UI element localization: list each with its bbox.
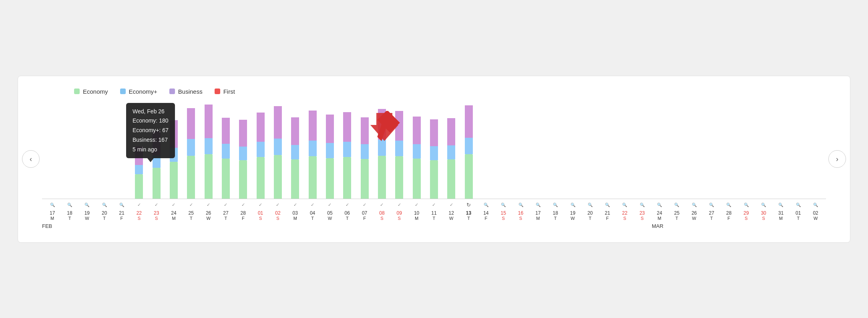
icon-cell[interactable]: ✓	[304, 201, 321, 209]
icon-cell[interactable]: 🔍	[61, 201, 78, 209]
icon-cell[interactable]: ✓	[183, 201, 200, 209]
bar-group[interactable]	[460, 103, 477, 199]
bar-group[interactable]	[356, 103, 373, 199]
icon-cell[interactable]: 🔍	[547, 201, 564, 209]
icon-cell[interactable]: ✓	[131, 201, 148, 209]
icon-cell[interactable]: 🔍	[495, 201, 512, 209]
bar-group[interactable]	[685, 103, 703, 199]
bar-group[interactable]	[651, 103, 668, 199]
bar-group[interactable]	[44, 103, 61, 199]
bar-group[interactable]	[477, 103, 494, 199]
icon-cell[interactable]: 🔍	[651, 201, 668, 209]
bar-group[interactable]	[165, 103, 182, 199]
bar-group[interactable]	[755, 103, 772, 199]
icon-cell[interactable]: ✓	[148, 201, 165, 209]
icon-cell[interactable]: 🔍	[96, 201, 113, 209]
icon-cell[interactable]: 🔍	[685, 201, 703, 209]
bar-group[interactable]	[252, 103, 269, 199]
icon-cell[interactable]: ✓	[235, 201, 252, 209]
bar-group[interactable]	[373, 103, 390, 199]
bar-group[interactable]	[599, 103, 616, 199]
bar-group[interactable]	[668, 103, 685, 199]
icon-cell[interactable]: 🔍	[564, 201, 581, 209]
icon-cell[interactable]: ✓	[269, 201, 286, 209]
icon-cell[interactable]: ✓	[339, 201, 356, 209]
bar-group[interactable]	[512, 103, 529, 199]
date-number: 03	[293, 210, 298, 216]
icon-cell[interactable]: 🔍	[512, 201, 529, 209]
icon-cell[interactable]: ✓	[252, 201, 269, 209]
bar-group[interactable]	[807, 103, 824, 199]
bar-group[interactable]	[61, 103, 78, 199]
bar-group[interactable]	[131, 103, 148, 199]
bar-group[interactable]	[113, 103, 130, 199]
icon-cell[interactable]: 🔍	[807, 201, 824, 209]
bar-group[interactable]	[391, 103, 408, 199]
icon-cell[interactable]: 🔍	[44, 201, 61, 209]
next-button[interactable]: ›	[828, 150, 846, 168]
icon-cell[interactable]: 🔍	[529, 201, 547, 209]
bar-group[interactable]	[287, 103, 304, 199]
icon-cell[interactable]: ✓	[408, 201, 425, 209]
bar-group[interactable]	[720, 103, 737, 199]
bar-group[interactable]	[78, 103, 96, 199]
bar-group[interactable]	[408, 103, 425, 199]
bar-group[interactable]	[616, 103, 633, 199]
icon-cell[interactable]: 🔍	[790, 201, 807, 209]
icon-cell[interactable]: 🔍	[113, 201, 130, 209]
icon-cell[interactable]: 🔍	[668, 201, 685, 209]
bar-group[interactable]	[304, 103, 321, 199]
icon-cell[interactable]: ✓	[217, 201, 234, 209]
icon-cell[interactable]: ✓	[373, 201, 390, 209]
icon-cell[interactable]: 🔍	[755, 201, 772, 209]
icon-cell[interactable]: 🔍	[633, 201, 651, 209]
icon-cell[interactable]: 🔍	[581, 201, 599, 209]
icon-cell[interactable]: 🔍	[703, 201, 720, 209]
icon-cell[interactable]: ✓	[165, 201, 182, 209]
icon-cell[interactable]: ✓	[321, 201, 338, 209]
bar-group[interactable]	[547, 103, 564, 199]
prev-button[interactable]: ‹	[22, 150, 40, 168]
icon-cell[interactable]: 🔍	[78, 201, 96, 209]
bar-group[interactable]	[96, 103, 113, 199]
bar-group[interactable]	[200, 103, 217, 199]
icon-cell[interactable]: 🔍	[616, 201, 633, 209]
bar-group[interactable]	[737, 103, 755, 199]
date-day-label: S	[745, 216, 747, 221]
date-number: 27	[223, 210, 228, 216]
bar-group[interactable]	[183, 103, 200, 199]
icon-cell[interactable]: ✓	[287, 201, 304, 209]
bar-group[interactable]	[633, 103, 651, 199]
bar-group[interactable]	[564, 103, 581, 199]
bar-group[interactable]	[529, 103, 547, 199]
date-cell: 20 T	[96, 210, 113, 221]
date-cell: 02 S	[269, 210, 286, 221]
bar-group[interactable]	[217, 103, 234, 199]
bar-group[interactable]	[425, 103, 442, 199]
icon-cell[interactable]: ✓	[391, 201, 408, 209]
bar-group[interactable]	[443, 103, 460, 199]
economy-segment	[274, 155, 282, 199]
icon-cell[interactable]: ✓	[425, 201, 442, 209]
bar-group[interactable]	[321, 103, 338, 199]
bar-group[interactable]	[235, 103, 252, 199]
bar-group[interactable]	[581, 103, 599, 199]
bar-group[interactable]	[790, 103, 807, 199]
icon-cell[interactable]: ✓	[356, 201, 373, 209]
date-number: 26	[206, 210, 211, 216]
bar-group[interactable]	[772, 103, 790, 199]
zoom-icon: 🔍	[692, 203, 697, 207]
bar-group[interactable]	[495, 103, 512, 199]
icon-cell[interactable]: 🔍	[720, 201, 737, 209]
bar-group[interactable]	[269, 103, 286, 199]
icon-cell[interactable]: 🔍	[477, 201, 494, 209]
icon-cell[interactable]: 🔍	[772, 201, 790, 209]
bar-group[interactable]	[148, 103, 165, 199]
icon-cell[interactable]: ↻	[460, 201, 477, 209]
bar-group[interactable]	[703, 103, 720, 199]
bar-group[interactable]	[339, 103, 356, 199]
icon-cell[interactable]: 🔍	[599, 201, 616, 209]
icon-cell[interactable]: ✓	[443, 201, 460, 209]
icon-cell[interactable]: ✓	[200, 201, 217, 209]
icon-cell[interactable]: 🔍	[737, 201, 755, 209]
